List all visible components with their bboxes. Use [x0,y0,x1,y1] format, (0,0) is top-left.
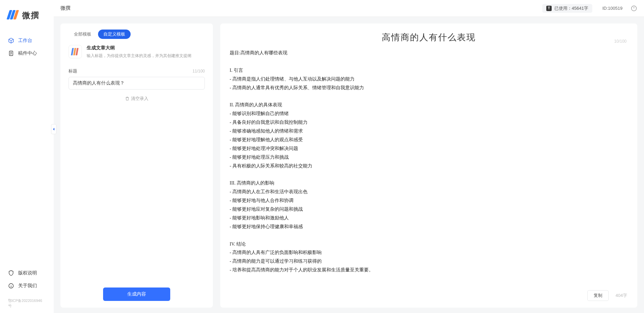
bottom-nav: 版权说明 关于我们 [0,267,54,296]
clear-input-button[interactable]: 清空录入 [68,96,205,102]
title-input[interactable] [68,77,205,90]
tab-all-templates[interactable]: 全部模板 [68,30,97,39]
nav-about[interactable]: 关于我们 [0,279,54,292]
cube-icon [8,38,14,44]
sidebar-collapse-button[interactable] [51,124,56,134]
main-area: 微撰 T 已使用： 45641字 ID:100519 全部模板 自定义模板 [54,0,644,313]
doc-icon [8,50,14,56]
usage-label: 已使用： [554,5,572,11]
content: 全部模板 自定义模板 生成文章大纲 输入标题，为你提供文章主体的灵感，并为其创建… [54,17,644,313]
brand-logo: 微撰 [0,10,54,34]
sidebar: 微撰 工作台 稿件中心 版权说明 [0,0,54,313]
nav-label: 工作台 [18,38,32,44]
nav-copyright[interactable]: 版权说明 [0,267,54,279]
icp-footer: 鄂ICP备2022016946号 [0,296,54,313]
power-button[interactable] [631,5,637,12]
brand-text: 微撰 [22,10,40,21]
text-icon: T [546,6,552,11]
user-id: ID:100519 [602,6,623,11]
topbar: 微撰 T 已使用： 45641字 ID:100519 [54,0,644,17]
title-field-label: 标题 [68,68,77,74]
output-footer: 复制 404字 [587,290,627,301]
output-title-counter: 10/100 [614,39,627,44]
output-panel: 高情商的人有什么表现 10/100 题目:高情商的人有哪些表现 I. 引言 - … [220,23,637,308]
tab-custom-templates[interactable]: 自定义模板 [98,30,131,39]
nav-label: 版权说明 [18,270,37,276]
output-title[interactable]: 高情商的人有什么表现 [230,32,628,43]
books-icon [68,45,82,58]
shield-icon [8,270,14,276]
nav-drafts[interactable]: 稿件中心 [0,47,54,60]
output-body[interactable]: 题目:高情商的人有哪些表现 I. 引言 - 高情商是指人们处理情绪、与他人互动以… [230,46,628,274]
word-count: 404字 [615,293,627,299]
main-nav: 工作台 稿件中心 [0,34,54,267]
trash-icon [125,96,130,101]
generate-button[interactable]: 生成内容 [103,288,170,301]
info-icon [8,283,14,289]
power-icon [631,5,637,12]
template-title: 生成文章大纲 [87,45,191,51]
template-tabs: 全部模板 自定义模板 [68,30,205,39]
input-panel: 全部模板 自定义模板 生成文章大纲 输入标题，为你提供文章主体的灵感，并为其创建… [60,23,213,308]
usage-badge[interactable]: T 已使用： 45641字 [542,4,592,13]
nav-label: 关于我们 [18,283,37,289]
page-title: 微撰 [60,5,71,11]
copy-button[interactable]: 复制 [587,290,609,301]
logo-icon [8,10,19,21]
template-card: 生成文章大纲 输入标题，为你提供文章主体的灵感，并为其创建推文提纲 [68,45,205,59]
chevron-left-icon [52,127,55,131]
template-desc: 输入标题，为你提供文章主体的灵感，并为其创建推文提纲 [87,53,191,59]
title-field-counter: 11/100 [192,69,205,73]
nav-workspace[interactable]: 工作台 [0,34,54,47]
usage-value: 45641字 [572,5,588,11]
nav-label: 稿件中心 [18,50,37,56]
